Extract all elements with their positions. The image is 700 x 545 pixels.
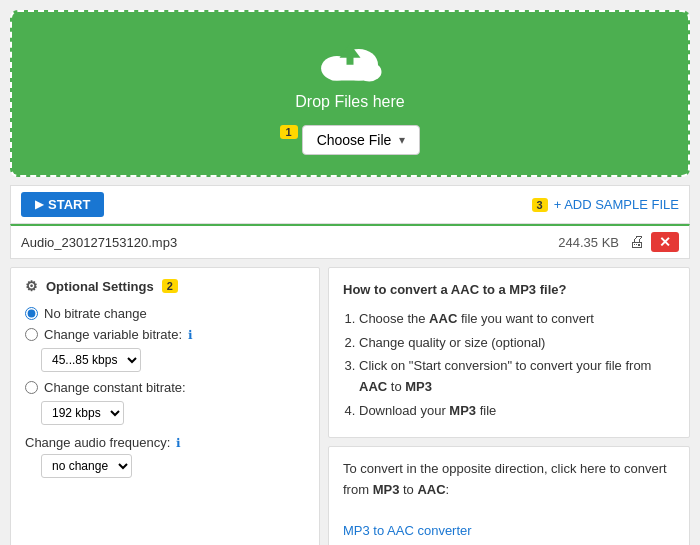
how-to-step-3: Click on "Start conversion" to convert y… <box>359 356 675 398</box>
right-panel: How to convert a AAC to a MP3 file? Choo… <box>328 267 690 545</box>
main-content: ⚙ Optional Settings 2 No bitrate change … <box>10 267 690 545</box>
file-delete-button[interactable]: ✕ <box>651 232 679 252</box>
mp3-to-aac-link[interactable]: MP3 to AAC converter <box>343 523 472 538</box>
badge-1: 1 <box>280 125 298 139</box>
how-to-box: How to convert a AAC to a MP3 file? Choo… <box>328 267 690 438</box>
how-to-step-4: Download your MP3 file <box>359 401 675 422</box>
constant-bitrate-radio[interactable] <box>25 381 38 394</box>
settings-panel: ⚙ Optional Settings 2 No bitrate change … <box>10 267 320 545</box>
how-to-steps: Choose the AAC file you want to convert … <box>343 309 675 422</box>
drop-text: Drop Files here <box>32 93 668 111</box>
add-sample-button[interactable]: + ADD SAMPLE FILE <box>554 197 679 212</box>
opposite-box: To convert in the opposite direction, cl… <box>328 446 690 545</box>
opposite-text: To convert in the opposite direction, cl… <box>343 459 675 501</box>
toolbar: ▶ START 3 + ADD SAMPLE FILE <box>10 185 690 224</box>
no-bitrate-option[interactable]: No bitrate change <box>25 306 305 321</box>
download-icon: 🖨 <box>629 233 645 250</box>
file-name: Audio_230127153120.mp3 <box>21 235 558 250</box>
cloud-upload-icon <box>315 32 385 87</box>
variable-bitrate-label: Change variable bitrate: <box>44 327 182 342</box>
badge-2: 2 <box>162 279 178 293</box>
choose-file-label: Choose File <box>317 132 392 148</box>
freq-info-icon[interactable]: ℹ <box>176 436 181 450</box>
choose-file-button[interactable]: Choose File ▾ <box>302 125 421 155</box>
variable-bitrate-option[interactable]: Change variable bitrate: ℹ <box>25 327 305 342</box>
bitrate-options: No bitrate change Change variable bitrat… <box>25 306 305 425</box>
freq-label-row: Change audio frequency: ℹ <box>25 435 305 450</box>
how-to-step-2: Change quality or size (optional) <box>359 333 675 354</box>
variable-bitrate-info-icon[interactable]: ℹ <box>188 328 193 342</box>
gear-icon: ⚙ <box>25 278 38 294</box>
file-info-row: Audio_230127153120.mp3 244.35 KB 🖨 ✕ <box>10 224 690 259</box>
file-download-button[interactable]: 🖨 <box>629 233 645 251</box>
no-bitrate-radio[interactable] <box>25 307 38 320</box>
file-size: 244.35 KB <box>558 235 619 250</box>
constant-bitrate-label: Change constant bitrate: <box>44 380 186 395</box>
freq-dropdown[interactable]: no change <box>41 454 132 478</box>
badge-3: 3 <box>532 198 548 212</box>
start-button[interactable]: ▶ START <box>21 192 104 217</box>
play-icon: ▶ <box>35 198 43 211</box>
start-label: START <box>48 197 90 212</box>
how-to-step-1: Choose the AAC file you want to convert <box>359 309 675 330</box>
constant-bitrate-option[interactable]: Change constant bitrate: <box>25 380 305 395</box>
variable-bitrate-dropdown[interactable]: 45...85 kbps <box>41 348 141 372</box>
constant-bitrate-dropdown[interactable]: 192 kbps <box>41 401 124 425</box>
variable-bitrate-radio[interactable] <box>25 328 38 341</box>
upload-dropzone[interactable]: Drop Files here 1 Choose File ▾ <box>10 10 690 177</box>
chevron-down-icon: ▾ <box>399 133 405 147</box>
no-bitrate-label: No bitrate change <box>44 306 147 321</box>
svg-rect-5 <box>331 74 370 81</box>
freq-label: Change audio frequency: <box>25 435 170 450</box>
close-icon: ✕ <box>659 234 671 250</box>
settings-header-label: Optional Settings <box>46 279 154 294</box>
how-to-title: How to convert a AAC to a MP3 file? <box>343 280 675 301</box>
